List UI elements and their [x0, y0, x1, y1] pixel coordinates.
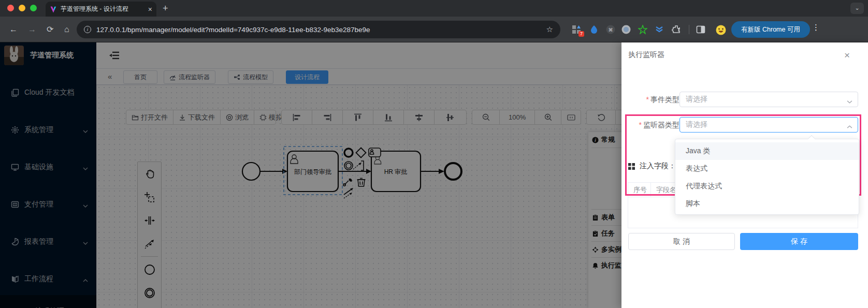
chrome-update-label: 有新版 Chrome 可用 — [741, 25, 800, 34]
window-minimize-button[interactable] — [19, 5, 25, 11]
extension-gray-circle-icon[interactable] — [621, 25, 631, 34]
browser-menu-kebab-icon[interactable]: ⋮ — [812, 23, 820, 32]
site-info-icon[interactable]: i — [84, 26, 91, 33]
forward-icon[interactable]: → — [28, 24, 36, 35]
option-expression[interactable]: 表达式 — [675, 160, 859, 178]
chrome-update-button[interactable]: 有新版 Chrome 可用 — [731, 21, 810, 38]
extension-chevrons-icon[interactable] — [655, 25, 664, 34]
event-type-label: *事件类型 — [576, 95, 679, 105]
address-bar[interactable]: i 127.0.0.1/bpm/manager/model/edit?model… — [77, 21, 560, 38]
extension-green-star-icon[interactable] — [638, 25, 647, 34]
extension-blocks-icon[interactable]: 7 — [572, 25, 581, 34]
url-text[interactable]: 127.0.0.1/bpm/manager/model/edit?modelId… — [96, 26, 542, 34]
extension-badge: 7 — [578, 31, 584, 37]
window-maximize-button[interactable] — [30, 5, 37, 11]
home-icon[interactable]: ⌂ — [64, 24, 69, 35]
new-tab-button[interactable]: + — [163, 3, 168, 13]
option-java-class[interactable]: Java 类 — [675, 142, 859, 160]
tab-title: 芋道管理系统 - 设计流程 — [61, 5, 145, 13]
option-delegate-expression[interactable]: 代理表达式 — [675, 178, 859, 195]
option-script[interactable]: 脚本 — [675, 195, 859, 213]
extension-drop-icon[interactable] — [589, 25, 599, 34]
tab-search-button[interactable]: ⌄ — [850, 3, 864, 14]
event-type-row: *事件类型 请选择 — [621, 92, 865, 107]
screen: 芋道管理系统 - 设计流程 × + ⌄ ← → ⟳ ⌂ i 127.0.0.1/… — [0, 0, 868, 308]
browser-tab[interactable]: 芋道管理系统 - 设计流程 × — [46, 2, 156, 17]
chevron-down-icon — [847, 97, 852, 103]
close-icon[interactable]: × — [844, 51, 850, 60]
extension-dark-circle-icon[interactable]: ⌘ — [606, 25, 615, 34]
app-page: 芋道管理系统 Cloud 开发文档 系统管理 基础设施 — [0, 42, 868, 308]
listener-type-dropdown: Java 类 表达式 代理表达式 脚本 — [675, 139, 859, 215]
bookmark-star-icon[interactable]: ☆ — [546, 25, 553, 34]
event-type-select[interactable]: 请选择 — [679, 92, 858, 107]
tab-close-icon[interactable]: × — [148, 5, 152, 13]
browser-urlbar: ← → ⟳ ⌂ i 127.0.0.1/bpm/manager/model/ed… — [0, 17, 868, 42]
toolbar-divider — [689, 25, 689, 34]
drawer-title: 执行监听器 — [628, 50, 664, 60]
cancel-button[interactable]: 取 消 — [628, 233, 735, 250]
extensions-puzzle-icon[interactable] — [672, 25, 681, 34]
reload-icon[interactable]: ⟳ — [47, 24, 53, 35]
favicon — [50, 6, 57, 13]
side-panel-icon[interactable] — [696, 25, 705, 34]
back-icon[interactable]: ← — [9, 24, 18, 35]
svg-text:⌘: ⌘ — [609, 27, 613, 33]
save-button[interactable]: 保 存 — [740, 233, 858, 250]
profile-avatar-icon[interactable] — [716, 25, 725, 34]
browser-tabstrip: 芋道管理系统 - 设计流程 × + ⌄ — [0, 0, 868, 17]
window-close-button[interactable] — [7, 5, 14, 11]
